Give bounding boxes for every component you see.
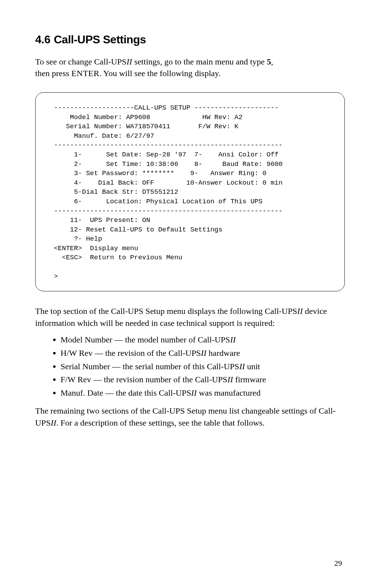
li-text: Manuf. Date — the date this Call-UPS [61, 388, 191, 397]
term-line-12: ----------------------------------------… [42, 207, 283, 215]
body-paragraph-1: The top section of the Call-UPS Setup me… [35, 305, 345, 329]
p2-it: II [297, 307, 303, 316]
li-text: H/W Rev — the revision of the Call-UPS [61, 348, 201, 358]
li-italic-ii: II [230, 335, 236, 344]
term-line-15: ?- Help [42, 235, 102, 243]
li-text-2: firmware [233, 375, 266, 384]
body-paragraph-2: The remaining two sections of the Call-U… [35, 405, 345, 429]
page-number: 29 [334, 558, 342, 569]
term-line-13: 11- UPS Present: ON [42, 216, 150, 224]
term-line-19: > [42, 273, 58, 280]
li-text-2: was manufactured [197, 388, 260, 397]
intro-key-5: 5 [267, 57, 271, 66]
li-text: F/W Rev — the revision number of the Cal… [61, 375, 227, 384]
intro-text-2: settings, go to the main menu and type [132, 57, 267, 66]
intro-text-3: then press [35, 69, 71, 78]
term-line-05: ----------------------------------------… [42, 141, 283, 149]
terminal-screenshot: --------------------CALL-UPS SETUP -----… [35, 92, 345, 291]
li-text-2: unit [245, 362, 260, 371]
intro-comma: , [271, 57, 273, 66]
intro-paragraph: To see or change Call-UPSII settings, go… [35, 56, 345, 80]
term-line-03: Serial Number: WA718570411 F/W Rev: K [42, 123, 239, 130]
p3-it: II [51, 418, 56, 427]
li-text: Model Number — the model number of Call-… [61, 335, 230, 344]
term-line-14: 12- Reset Call-UPS to Default Settings [42, 226, 222, 234]
li-text-2: hardware [207, 348, 240, 358]
list-item: Manuf. Date — the date this Call-UPSII w… [61, 387, 345, 399]
section-number: 4.6 [35, 33, 50, 46]
li-italic-ii: II [227, 375, 233, 384]
device-info-list: Model Number — the model number of Call-… [35, 334, 345, 399]
term-line-01: --------------------CALL-UPS SETUP -----… [42, 104, 279, 112]
term-line-02: Model Number: AP9608 HW Rev: A2 [42, 113, 242, 121]
intro-italic-ii: II [127, 57, 132, 66]
term-line-17: <ESC> Return to Previous Menu [42, 254, 182, 261]
li-text: Serial Number — the serial number of thi… [61, 362, 239, 371]
term-line-08: 3- Set Password: ******** 9- Answer Ring… [42, 169, 267, 177]
term-line-07: 2- Set Time: 10:38:06 8- Baud Rate: 9600 [42, 160, 283, 168]
li-italic-ii: II [201, 348, 207, 358]
p2-a: The top section of the Call-UPS Setup me… [35, 307, 297, 316]
term-line-04: Manuf. Date: 6/27/97 [42, 132, 154, 140]
term-line-11: 6- Location: Physical Location of This U… [42, 198, 262, 205]
p3-b: . For a description of these settings, s… [56, 418, 265, 427]
intro-text-1: To see or change Call-UPS [35, 57, 127, 66]
li-italic-ii: II [191, 388, 197, 397]
list-item: Serial Number — the serial number of thi… [61, 361, 345, 373]
term-line-09: 4- Dial Back: OFF 10-Answer Lockout: 0 m… [42, 179, 283, 187]
list-item: H/W Rev — the revision of the Call-UPSII… [61, 347, 345, 359]
section-heading: 4.6Call-UPS Settings [35, 32, 345, 48]
li-italic-ii: II [239, 362, 245, 371]
intro-text-4: . You will see the following display. [99, 69, 220, 78]
list-item: F/W Rev — the revision number of the Cal… [61, 374, 345, 386]
term-line-10: 5-Dial Back Str: DT5551212 [42, 188, 178, 196]
list-item: Model Number — the model number of Call-… [61, 334, 345, 346]
term-line-06: 1- Set Date: Sep-28 '97 7- Ansi Color: O… [42, 151, 279, 159]
term-line-16: <ENTER> Display menu [42, 245, 138, 252]
section-title: Call-UPS Settings [54, 33, 146, 46]
intro-enter-key: ENTER [71, 69, 100, 78]
